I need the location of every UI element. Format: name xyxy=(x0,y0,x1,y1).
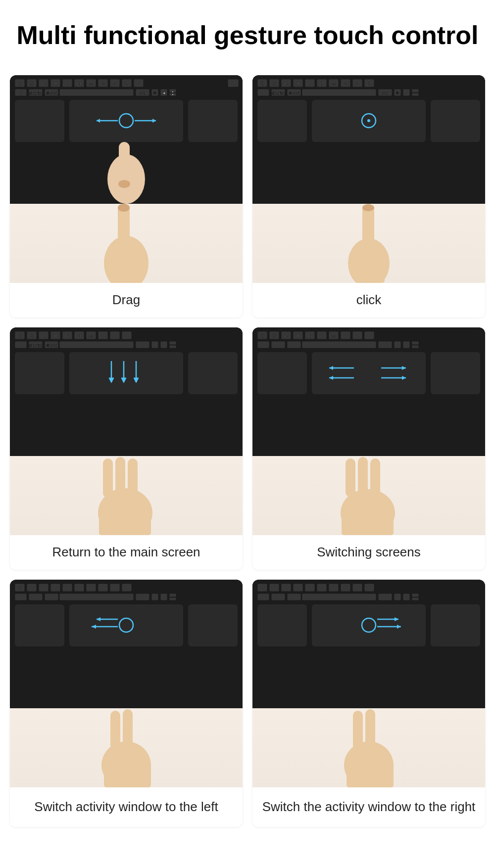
svg-rect-97 xyxy=(357,262,385,283)
svg-text:?: ? xyxy=(125,81,128,86)
svg-text:▲: ▲ xyxy=(171,90,175,93)
svg-rect-163 xyxy=(378,341,392,348)
svg-rect-162 xyxy=(302,341,376,348)
svg-text:X: X xyxy=(273,333,276,338)
gesture-grid: Z X C V B N M < > ? In alt option ⌘ cmd … xyxy=(10,75,485,827)
svg-text:Z: Z xyxy=(261,333,264,338)
svg-rect-115 xyxy=(122,331,132,339)
keyboard-click: Z X C V B N M < > ? alt option ⌘ cmd cmd… xyxy=(252,75,485,204)
svg-rect-233 xyxy=(394,594,401,600)
svg-rect-194 xyxy=(110,584,120,592)
svg-rect-166 xyxy=(412,341,419,345)
svg-text:V: V xyxy=(54,333,57,338)
svg-rect-76 xyxy=(257,89,269,96)
svg-text:V: V xyxy=(297,333,299,338)
svg-text:alt option: alt option xyxy=(29,91,43,95)
svg-text:M: M xyxy=(89,81,93,86)
svg-rect-199 xyxy=(59,594,134,600)
svg-rect-228 xyxy=(257,594,269,600)
svg-rect-227 xyxy=(364,584,374,592)
svg-text:B: B xyxy=(308,333,311,338)
svg-rect-207 xyxy=(188,604,238,646)
svg-text:Z: Z xyxy=(261,81,264,86)
svg-text:>: > xyxy=(113,81,116,86)
svg-rect-89 xyxy=(257,100,307,142)
svg-rect-231 xyxy=(302,594,376,600)
svg-rect-128 xyxy=(69,352,183,394)
svg-rect-230 xyxy=(287,594,301,600)
svg-text:⌘ cmd: ⌘ cmd xyxy=(289,91,299,95)
caption-right: Switch the activity window to the right xyxy=(252,787,485,827)
svg-rect-201 xyxy=(151,594,158,600)
svg-text:cmd: cmd xyxy=(382,91,388,95)
svg-rect-183 xyxy=(342,510,394,535)
svg-rect-168 xyxy=(257,352,307,394)
svg-rect-157 xyxy=(352,331,362,339)
svg-rect-203 xyxy=(169,594,176,597)
svg-rect-195 xyxy=(122,584,132,592)
svg-rect-206 xyxy=(69,604,183,646)
svg-rect-86 xyxy=(403,89,410,96)
svg-rect-224 xyxy=(329,584,339,592)
keyboard-drag: Z X C V B N M < > ? In alt option ⌘ cmd … xyxy=(10,75,243,204)
svg-text:X: X xyxy=(30,81,33,86)
svg-rect-161 xyxy=(287,341,301,348)
svg-rect-205 xyxy=(15,604,64,646)
svg-text:N: N xyxy=(78,81,81,86)
svg-rect-156 xyxy=(341,331,350,339)
svg-point-96 xyxy=(362,204,374,211)
svg-text:⌘ cmd: ⌘ cmd xyxy=(46,344,57,347)
svg-text:M: M xyxy=(332,81,336,86)
svg-text:C: C xyxy=(285,81,288,86)
svg-rect-196 xyxy=(15,594,27,600)
svg-rect-125 xyxy=(169,341,176,345)
svg-rect-54 xyxy=(111,263,141,283)
svg-rect-164 xyxy=(394,341,401,348)
gesture-card-switch: Z X C V B N M xyxy=(252,327,485,570)
svg-rect-29 xyxy=(59,89,134,96)
svg-rect-140 xyxy=(99,510,151,535)
svg-rect-88 xyxy=(412,93,419,96)
svg-rect-220 xyxy=(281,584,291,592)
svg-text:N: N xyxy=(320,81,324,86)
hand-left xyxy=(10,708,243,787)
svg-rect-204 xyxy=(169,597,176,600)
svg-point-50 xyxy=(118,180,130,188)
svg-text:<: < xyxy=(101,81,104,86)
svg-rect-158 xyxy=(364,331,374,339)
svg-rect-160 xyxy=(271,341,285,348)
svg-text:C: C xyxy=(42,333,46,338)
svg-rect-235 xyxy=(412,594,419,597)
svg-text:⌘ cmd: ⌘ cmd xyxy=(46,91,57,95)
svg-rect-225 xyxy=(341,584,350,592)
hand-drag xyxy=(10,204,243,283)
hand-click xyxy=(252,204,485,283)
svg-rect-113 xyxy=(98,331,108,339)
svg-rect-127 xyxy=(15,352,64,394)
svg-rect-124 xyxy=(160,341,167,348)
gesture-card-right: Switch the activity window to the right xyxy=(252,580,485,827)
svg-rect-248 xyxy=(346,763,394,787)
svg-rect-41 xyxy=(69,100,183,142)
gesture-card-drag: Z X C V B N M < > ? In alt option ⌘ cmd … xyxy=(10,75,243,318)
svg-text:cmd: cmd xyxy=(139,91,146,95)
svg-text:B: B xyxy=(66,81,69,86)
svg-text:V: V xyxy=(297,81,299,86)
svg-text:alt option: alt option xyxy=(271,91,286,95)
svg-rect-232 xyxy=(378,594,392,600)
hand-return xyxy=(10,456,243,535)
svg-text:M: M xyxy=(89,333,93,338)
svg-rect-236 xyxy=(412,597,419,600)
svg-rect-116 xyxy=(15,341,27,348)
svg-rect-193 xyxy=(98,584,108,592)
svg-rect-219 xyxy=(269,584,279,592)
caption-drag: Drag xyxy=(10,283,243,318)
gesture-card-click: Z X C V B N M < > ? alt option ⌘ cmd cmd… xyxy=(252,75,485,318)
svg-rect-238 xyxy=(312,604,426,646)
svg-rect-169 xyxy=(312,352,426,394)
svg-rect-189 xyxy=(50,584,60,592)
svg-text:C: C xyxy=(42,81,46,86)
svg-text:▼: ▼ xyxy=(171,93,175,96)
svg-point-53 xyxy=(118,204,130,212)
svg-rect-179 xyxy=(346,458,355,497)
